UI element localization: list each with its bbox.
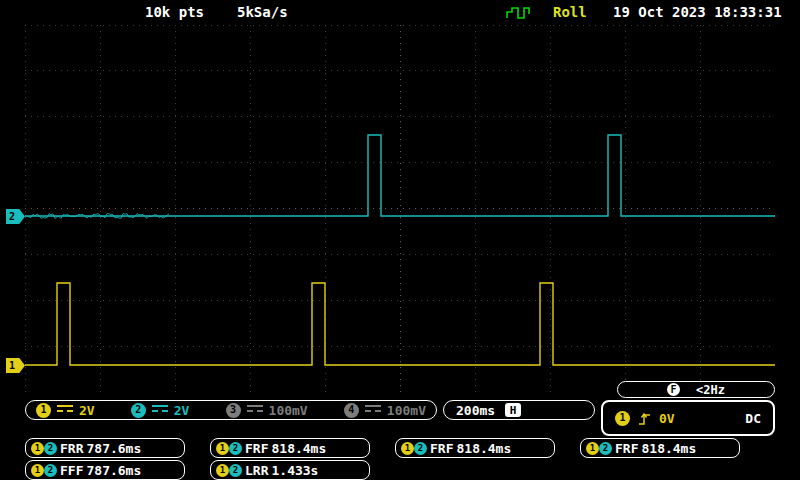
channel-2-scale: 2V — [174, 403, 190, 418]
ch2-source-badge: 2 — [599, 442, 612, 455]
dc-coupling-icon — [365, 405, 381, 416]
channel-1-position-marker[interactable]: 1 — [6, 358, 25, 373]
channel-3-status[interactable]: 3 100mV — [226, 403, 308, 418]
ch1-source-badge: 1 — [401, 442, 414, 455]
ch1-source-badge: 1 — [216, 442, 229, 455]
ch1-source-badge: 1 — [31, 442, 44, 455]
ch2-source-badge: 2 — [44, 464, 57, 477]
trigger-frequency-value: <2Hz — [696, 383, 725, 397]
channel-1-badge: 1 — [36, 403, 51, 418]
measurement-label: LRR — [245, 463, 268, 478]
measurement-box-5[interactable]: 1 2 FFF 787.6ms — [25, 460, 185, 480]
channel-4-badge: 4 — [344, 403, 359, 418]
measurement-box-2[interactable]: 1 2 FRF 818.4ms — [210, 438, 370, 458]
trigger-frequency-readout: F <2Hz — [617, 381, 775, 398]
measurement-label: FRF — [430, 441, 453, 456]
ch2-source-badge: 2 — [414, 442, 427, 455]
waveform-display — [25, 25, 775, 392]
channel-2-badge: 2 — [131, 403, 146, 418]
trigger-coupling: DC — [745, 411, 761, 426]
measurement-value: 787.6ms — [86, 463, 141, 478]
freq-counter-key-icon: F — [667, 383, 680, 396]
ch2-source-badge: 2 — [44, 442, 57, 455]
measurement-label: FRF — [615, 441, 638, 456]
horizontal-key-icon: H — [505, 403, 521, 417]
trigger-status-box[interactable]: 1 0V DC — [601, 400, 775, 436]
acquisition-points-label: 10k pts — [145, 4, 204, 20]
waveform-svg — [25, 25, 775, 392]
dc-coupling-icon — [57, 405, 73, 416]
measurement-label: FRF — [245, 441, 268, 456]
channel-3-scale: 100mV — [269, 403, 308, 418]
rising-edge-icon — [638, 411, 651, 426]
measurement-value: 818.4ms — [641, 441, 696, 456]
measurement-label: FRR — [60, 441, 83, 456]
channels-status-bar: 1 2V 2 2V 3 100mV 4 100mV — [25, 400, 437, 420]
dc-coupling-icon — [247, 405, 263, 416]
measurement-value: 787.6ms — [86, 441, 141, 456]
timebase-scale: 200ms — [456, 403, 495, 418]
trigger-level: 0V — [659, 411, 675, 426]
ch1-source-badge: 1 — [31, 464, 44, 477]
trigger-source-badge: 1 — [615, 411, 630, 426]
channel-1-status[interactable]: 1 2V — [36, 403, 95, 418]
acquisition-mode-label: Roll — [553, 4, 587, 20]
ch2-source-badge: 2 — [229, 442, 242, 455]
ch1-source-badge: 1 — [586, 442, 599, 455]
datetime-label: 19 Oct 2023 18:33:31 — [613, 4, 782, 20]
channel-4-status[interactable]: 4 100mV — [344, 403, 426, 418]
roll-waveform-icon — [505, 5, 531, 24]
channel-1-scale: 2V — [79, 403, 95, 418]
channel-2-status[interactable]: 2 2V — [131, 403, 190, 418]
measurement-label: FFF — [60, 463, 83, 478]
measurement-value: 1.433s — [271, 463, 318, 478]
measurement-value: 818.4ms — [456, 441, 511, 456]
measurement-box-4[interactable]: 1 2 FRF 818.4ms — [580, 438, 740, 458]
channel-2-position-marker[interactable]: 2 — [6, 209, 25, 224]
sample-rate-label: 5kSa/s — [237, 4, 288, 20]
ch1-source-badge: 1 — [216, 464, 229, 477]
ch2-source-badge: 2 — [229, 464, 242, 477]
dc-coupling-icon — [152, 405, 168, 416]
oscilloscope-screen: { "colors": { "ch1_yellow": "#e3cf16", "… — [0, 0, 800, 480]
measurement-box-6[interactable]: 1 2 LRR 1.433s — [210, 460, 370, 480]
measurement-box-3[interactable]: 1 2 FRF 818.4ms — [395, 438, 555, 458]
channel-4-scale: 100mV — [387, 403, 426, 418]
timebase-status-bar[interactable]: 200ms H — [443, 400, 595, 420]
measurement-box-1[interactable]: 1 2 FRR 787.6ms — [25, 438, 185, 458]
measurement-value: 818.4ms — [271, 441, 326, 456]
channel-3-badge: 3 — [226, 403, 241, 418]
